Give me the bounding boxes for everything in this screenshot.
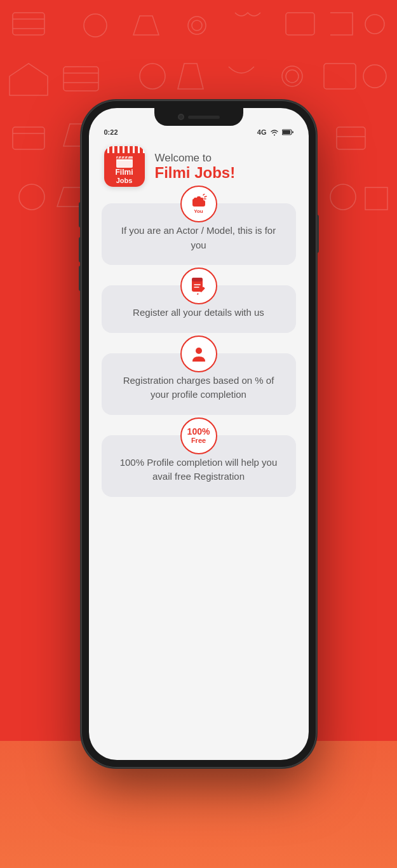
brand-title: Filmi Jobs! — [155, 165, 236, 181]
fist-icon — [191, 194, 207, 208]
svg-rect-22 — [337, 127, 365, 149]
svg-marker-75 — [197, 293, 199, 295]
svg-point-4 — [192, 20, 202, 31]
icon-circle-document — [180, 268, 217, 304]
wifi-icon — [270, 129, 279, 136]
screen-content: Filmi Jobs Welcome to Filmi Jobs! — [89, 140, 309, 757]
you-label: You — [194, 208, 203, 214]
feature-card-charges: Registration charges based on % of your … — [102, 353, 296, 415]
card-text-actor: If you are an Actor / Model, this is for… — [114, 224, 283, 252]
svg-point-15 — [363, 65, 386, 88]
svg-rect-6 — [286, 13, 314, 35]
icon-circle-100free: 100% Free — [180, 417, 217, 454]
phone-device: 0:22 4G — [81, 100, 316, 768]
welcome-text: Welcome to — [155, 152, 236, 165]
svg-point-31 — [330, 184, 356, 210]
battery-icon — [282, 129, 293, 135]
svg-line-68 — [205, 196, 206, 197]
icon-circle-profile — [180, 336, 217, 372]
phone-screen: 0:22 4G — [89, 108, 309, 760]
100-free-label: 100% Free — [187, 427, 210, 444]
logo-text-filmi: Filmi — [115, 168, 133, 177]
card-text-register: Register all your details with us — [114, 306, 283, 320]
svg-point-24 — [19, 184, 44, 210]
svg-point-11 — [140, 64, 165, 89]
icon-circle-fist: You — [180, 186, 217, 222]
logo-strip — [104, 146, 145, 153]
svg-rect-53 — [283, 130, 290, 134]
status-icons: 4G — [257, 128, 293, 136]
status-time: 0:22 — [104, 128, 118, 136]
svg-point-5 — [188, 17, 206, 34]
svg-point-3 — [84, 14, 107, 37]
clapperboard-icon — [116, 156, 133, 168]
app-logo: Filmi Jobs — [104, 146, 145, 187]
feature-card-free: 100% Free 100% Profile completion will h… — [102, 435, 296, 497]
svg-rect-65 — [200, 198, 203, 201]
logo-main: Filmi Jobs — [104, 153, 145, 187]
svg-rect-16 — [13, 127, 44, 149]
phone-notch — [154, 108, 243, 126]
feature-card-actor: You If you are an Actor / Model, this is… — [102, 203, 296, 265]
feature-card-register: Register all your details with us — [102, 285, 296, 333]
document-edit-icon — [191, 277, 207, 295]
profile-icon — [190, 345, 208, 363]
svg-rect-71 — [192, 278, 203, 281]
speaker-grille — [188, 116, 220, 119]
signal-icon: 4G — [257, 128, 267, 136]
phone-outer-shell: 0:22 4G — [81, 100, 316, 768]
card-text-free: 100% Profile completion will help you av… — [114, 456, 283, 484]
svg-rect-14 — [324, 64, 356, 89]
logo-text-jobs: Jobs — [116, 177, 133, 184]
front-camera — [178, 114, 184, 120]
svg-rect-54 — [292, 132, 293, 133]
header-text: Welcome to Filmi Jobs! — [155, 152, 236, 181]
svg-point-12 — [286, 70, 299, 83]
svg-point-13 — [282, 66, 302, 86]
svg-rect-0 — [13, 13, 44, 35]
svg-rect-8 — [64, 67, 98, 91]
svg-point-76 — [196, 348, 202, 354]
svg-line-67 — [203, 194, 205, 195]
svg-rect-66 — [192, 199, 196, 203]
app-header: Filmi Jobs Welcome to Filmi Jobs! — [102, 146, 296, 187]
svg-point-7 — [365, 15, 384, 34]
card-text-charges: Registration charges based on % of your … — [114, 374, 283, 402]
